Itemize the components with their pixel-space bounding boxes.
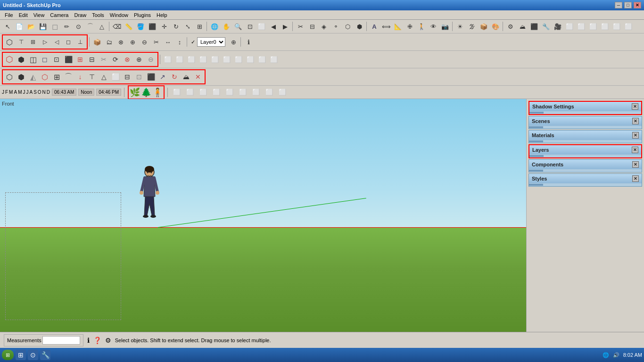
3d-b[interactable]: ⬢: [16, 54, 27, 65]
measurements-input[interactable]: [42, 336, 80, 345]
taskbar-app-1[interactable]: ⊞: [16, 350, 26, 360]
fog[interactable]: 🌫: [466, 21, 478, 32]
3d-warehouse[interactable]: ⬡: [4, 54, 15, 65]
components-close[interactable]: ✕: [632, 161, 639, 168]
menu-help[interactable]: Help: [154, 11, 170, 19]
bottom-view[interactable]: ⊥: [74, 36, 86, 48]
axes[interactable]: ✙: [404, 21, 415, 32]
move-tool[interactable]: ✛: [158, 21, 170, 32]
3d-e[interactable]: ⊡: [51, 54, 62, 65]
large-toolbar1[interactable]: ⬜: [564, 21, 575, 32]
large-toolbar6[interactable]: ⬜: [623, 21, 634, 32]
menu-edit[interactable]: Edit: [16, 11, 31, 19]
flip-along-y[interactable]: ↕: [174, 36, 185, 48]
intersect-faces[interactable]: ⊗: [115, 36, 126, 48]
scene-nav6[interactable]: ⬜: [237, 87, 248, 98]
right-view[interactable]: ▷: [39, 36, 50, 48]
shape-tool[interactable]: △: [96, 21, 107, 32]
scene-nav4[interactable]: ⬜: [211, 87, 222, 98]
menu-camera[interactable]: Camera: [47, 11, 71, 19]
close-button[interactable]: ✕: [634, 2, 641, 8]
pushpull-tool[interactable]: ⬛: [147, 21, 158, 32]
paint-tool[interactable]: 🪣: [135, 21, 146, 32]
scene-nav3[interactable]: ⬜: [198, 87, 209, 98]
solid[interactable]: ⬢: [354, 21, 365, 32]
layer-add[interactable]: ⊕: [228, 36, 239, 48]
layers-scrollbar[interactable]: [529, 155, 641, 157]
x-ray[interactable]: ⚬: [330, 21, 341, 32]
3d-m[interactable]: ⊖: [145, 54, 157, 65]
3d-l[interactable]: ⊕: [133, 54, 145, 65]
maximize-button[interactable]: □: [624, 2, 632, 8]
zoom-extents[interactable]: ⊡: [244, 21, 256, 32]
line-tool[interactable]: ✏: [61, 21, 72, 32]
solid-tools[interactable]: ⬛: [528, 21, 540, 32]
3d-f[interactable]: ⬛: [63, 54, 74, 65]
scene-nav8[interactable]: ⬜: [264, 87, 275, 98]
info-btn[interactable]: ℹ: [243, 36, 254, 48]
shadow-settings-scrollbar[interactable]: [529, 111, 641, 114]
scenes-header[interactable]: Scenes ✕: [529, 116, 642, 126]
path-tool[interactable]: ↻: [169, 71, 180, 82]
flip-along-x[interactable]: ↔: [162, 36, 173, 48]
pipe-tool[interactable]: ↓: [74, 71, 86, 82]
menu-draw[interactable]: Draw: [71, 11, 89, 19]
cone-tool[interactable]: ◭: [27, 71, 39, 82]
window-tool[interactable]: ⊟: [122, 71, 133, 82]
pan-tool[interactable]: ✋: [221, 21, 232, 32]
door-tool[interactable]: ⊡: [133, 71, 145, 82]
followme-tool[interactable]: ↗: [157, 71, 168, 82]
large-toolbar2[interactable]: ⬜: [576, 21, 587, 32]
zoom-window[interactable]: ⬜: [256, 21, 267, 32]
materials-close[interactable]: ✕: [632, 132, 639, 139]
wireframe[interactable]: ⬡: [342, 21, 353, 32]
3d-k[interactable]: ⊗: [122, 54, 133, 65]
scene-nav[interactable]: ⬜: [171, 87, 182, 98]
start-button[interactable]: ⊞: [2, 350, 14, 360]
open-file[interactable]: 📂: [25, 21, 37, 32]
minimize-button[interactable]: ─: [615, 2, 622, 8]
styles-scrollbar[interactable]: [529, 183, 642, 186]
taskbar-app-3[interactable]: 🔧: [40, 350, 50, 360]
scene-icon-2[interactable]: 🌲: [140, 87, 152, 98]
section-cut[interactable]: ⊟: [306, 21, 318, 32]
scene-nav7[interactable]: ⬜: [250, 87, 262, 98]
scenes-close[interactable]: ✕: [632, 118, 639, 124]
tool-extra10[interactable]: ⬜: [268, 54, 280, 65]
large-toolbar4[interactable]: ⬜: [599, 21, 611, 32]
save-file[interactable]: 💾: [37, 21, 49, 32]
scene-icon-3[interactable]: 🧍: [152, 87, 163, 98]
styles-close[interactable]: ✕: [632, 175, 639, 182]
styles-header[interactable]: Styles ✕: [529, 174, 642, 183]
dim-tool[interactable]: ⟺: [380, 21, 392, 32]
section-plane[interactable]: ✂: [295, 21, 306, 32]
scene-nav9[interactable]: ⬜: [277, 87, 288, 98]
spring-tool[interactable]: ⌒: [63, 71, 74, 82]
zoom-tool[interactable]: 🔍: [232, 21, 244, 32]
tool-extra9[interactable]: ⬜: [256, 54, 268, 65]
terrain-tool[interactable]: ⛰: [181, 71, 192, 82]
scale-tool[interactable]: ⤡: [182, 21, 193, 32]
tape-tool[interactable]: 📏: [123, 21, 134, 32]
sandbox-tools[interactable]: ⛰: [517, 21, 528, 32]
scene-nav2[interactable]: ⬜: [184, 87, 196, 98]
walk[interactable]: 🚶: [416, 21, 427, 32]
tube-tool[interactable]: ⊞: [51, 71, 62, 82]
shadow-settings-close[interactable]: ✕: [632, 103, 638, 110]
look-around[interactable]: 👁: [428, 21, 439, 32]
roof-tool[interactable]: △: [98, 71, 109, 82]
tool-extra7[interactable]: ⬜: [233, 54, 244, 65]
stair-tool[interactable]: ⊤: [86, 71, 98, 82]
top-view[interactable]: ⊤: [16, 36, 27, 48]
tool-extra8[interactable]: ⬜: [245, 54, 256, 65]
orbit-tool[interactable]: 🌐: [209, 21, 220, 32]
layers-close[interactable]: ✕: [632, 147, 638, 153]
arc-tool[interactable]: ⌒: [84, 21, 96, 32]
scenes-scrollbar[interactable]: [529, 126, 642, 129]
drape-tool[interactable]: ✕: [192, 71, 204, 82]
position-camera[interactable]: 📷: [439, 21, 451, 32]
menu-file[interactable]: File: [2, 11, 16, 19]
prev-view[interactable]: ◀: [268, 21, 279, 32]
layers-header[interactable]: Layers ✕: [529, 145, 641, 155]
shadow-settings-header[interactable]: Shadow Settings ✕: [529, 102, 641, 111]
